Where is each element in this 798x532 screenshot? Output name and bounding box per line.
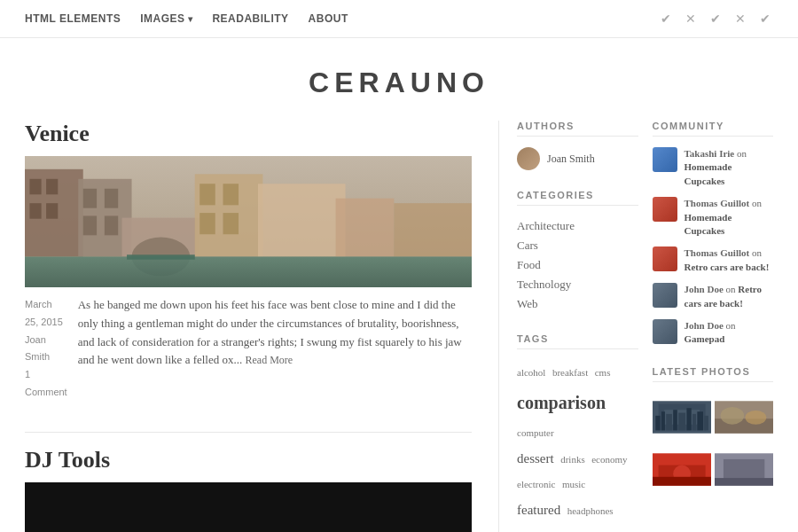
svg-rect-20 <box>394 203 472 256</box>
community-item-4: John Doe on Gamepad <box>653 319 774 347</box>
categories-heading: CATEGORIES <box>517 190 638 206</box>
tags-heading: TAGS <box>517 333 638 349</box>
author-name[interactable]: Joan Smith <box>547 153 595 166</box>
nav-readability[interactable]: READABILITY <box>212 12 288 25</box>
svg-point-55 <box>720 407 744 425</box>
svg-rect-60 <box>653 476 711 485</box>
svg-rect-18 <box>258 184 346 256</box>
community-post-2[interactable]: Retro cars are back! <box>685 262 770 272</box>
community-post-0[interactable]: Homemade Cupcakes <box>685 161 732 185</box>
tag-comparison[interactable]: comparison <box>517 393 606 412</box>
article-title-venice: Venice <box>25 121 472 147</box>
community-post-4[interactable]: Gamepad <box>685 333 725 344</box>
article-date: March 25, 2015 <box>25 296 67 332</box>
tag-computer[interactable]: computer <box>517 427 554 438</box>
svg-point-56 <box>745 411 766 425</box>
svg-rect-48 <box>678 412 685 430</box>
tag-alcohol[interactable]: alcohol <box>517 367 545 378</box>
community-avatar-1 <box>653 197 677 222</box>
sidebar-two-col: AUTHORS Joan Smith CATEGORIES Architectu… <box>517 121 773 532</box>
tag-cms[interactable]: cms <box>595 367 611 378</box>
community-post-1[interactable]: Homemade Cupcakes <box>685 212 732 236</box>
svg-rect-3 <box>46 179 58 195</box>
community-item-0: Takashi Irie on Homemade Cupcakes <box>653 147 774 188</box>
sidebar-left: AUTHORS Joan Smith CATEGORIES Architectu… <box>517 121 638 532</box>
community-text-0: Takashi Irie on Homemade Cupcakes <box>685 147 774 188</box>
tag-featured[interactable]: featured <box>517 503 560 517</box>
share-icon-2[interactable]: ✕ <box>683 12 699 25</box>
nav-about[interactable]: ABOUT <box>309 12 348 25</box>
photos-grid <box>653 393 774 494</box>
authors-section: AUTHORS Joan Smith <box>517 121 638 170</box>
article-divider <box>25 432 472 433</box>
svg-rect-64 <box>715 478 773 486</box>
svg-rect-47 <box>673 410 677 430</box>
venice-image-bg <box>25 156 472 287</box>
tags-area: alcohol breakfast cms comparison compute… <box>517 360 638 532</box>
svg-rect-9 <box>83 215 97 235</box>
tag-breakfast[interactable]: breakfast <box>552 367 588 378</box>
share-icon-4[interactable]: ✕ <box>732 12 748 25</box>
community-section: COMMUNITY Takashi Irie on Homemade Cupca… <box>653 121 774 347</box>
share-icons: ✔ ✕ ✔ ✕ ✔ <box>658 12 773 25</box>
tag-music[interactable]: music <box>562 479 585 489</box>
category-technology[interactable]: Technology <box>517 275 638 294</box>
sidebar: AUTHORS Joan Smith CATEGORIES Architectu… <box>498 121 773 532</box>
svg-rect-5 <box>46 203 58 219</box>
content-area: Venice <box>0 121 798 532</box>
svg-rect-50 <box>692 414 696 431</box>
svg-rect-49 <box>686 408 691 430</box>
svg-rect-23 <box>25 482 472 532</box>
community-avatar-4 <box>653 319 677 344</box>
article-title-dj: DJ Tools <box>25 447 472 473</box>
authors-heading: AUTHORS <box>517 121 638 137</box>
community-text-4: John Doe on Gamepad <box>685 319 774 347</box>
article-image-venice <box>25 156 472 287</box>
photos-section: LATEST PHOTOS <box>653 366 774 494</box>
categories-section: CATEGORIES Architecture Cars Food Techno… <box>517 190 638 314</box>
community-avatar-3 <box>653 283 677 308</box>
photos-heading: LATEST PHOTOS <box>653 366 774 382</box>
tags-section: TAGS alcohol breakfast cms comparison co… <box>517 333 638 532</box>
community-text-2: Thomas Guillot on Retro cars are back! <box>685 246 774 274</box>
share-icon-1[interactable]: ✔ <box>658 12 674 25</box>
main-column: Venice <box>25 121 498 532</box>
svg-rect-8 <box>105 189 118 208</box>
category-cars[interactable]: Cars <box>517 236 638 255</box>
svg-rect-45 <box>661 411 664 430</box>
community-text-3: John Doe on Retro cars are back! <box>685 283 774 310</box>
svg-rect-16 <box>200 213 215 234</box>
tag-drinks[interactable]: drinks <box>560 454 585 465</box>
community-text-1: Thomas Guillot on Homemade Cupcakes <box>685 197 774 238</box>
category-architecture[interactable]: Architecture <box>517 216 638 236</box>
top-navigation: HTML ELEMENTS IMAGES READABILITY ABOUT ✔… <box>0 0 798 38</box>
tag-economy[interactable]: economy <box>591 454 627 465</box>
share-icon-3[interactable]: ✔ <box>708 12 724 25</box>
category-web[interactable]: Web <box>517 294 638 314</box>
tag-headphones[interactable]: headphones <box>567 505 614 516</box>
svg-rect-44 <box>655 416 660 431</box>
category-food[interactable]: Food <box>517 255 638 275</box>
svg-rect-14 <box>200 184 215 205</box>
read-more-venice[interactable]: Read More <box>246 354 293 366</box>
svg-rect-4 <box>29 203 41 219</box>
tag-electronic[interactable]: electronic <box>517 479 555 489</box>
svg-rect-2 <box>29 179 41 195</box>
svg-rect-52 <box>704 416 708 431</box>
dj-image-bg <box>25 482 472 532</box>
nav-images[interactable]: IMAGES <box>140 12 192 25</box>
photo-1[interactable] <box>653 393 711 442</box>
tag-dessert[interactable]: dessert <box>517 451 554 466</box>
svg-rect-51 <box>697 411 703 430</box>
svg-rect-15 <box>223 184 239 205</box>
svg-rect-17 <box>223 213 239 234</box>
svg-rect-46 <box>666 414 672 431</box>
photo-2[interactable] <box>715 393 773 442</box>
photo-3[interactable] <box>653 445 711 494</box>
photo-4[interactable] <box>715 445 773 494</box>
author-item: Joan Smith <box>517 147 638 170</box>
nav-html-elements[interactable]: HTML ELEMENTS <box>25 12 121 25</box>
share-icon-5[interactable]: ✔ <box>757 12 773 25</box>
community-avatar-0 <box>653 147 677 172</box>
site-title-area: CERAUNO <box>0 38 798 121</box>
